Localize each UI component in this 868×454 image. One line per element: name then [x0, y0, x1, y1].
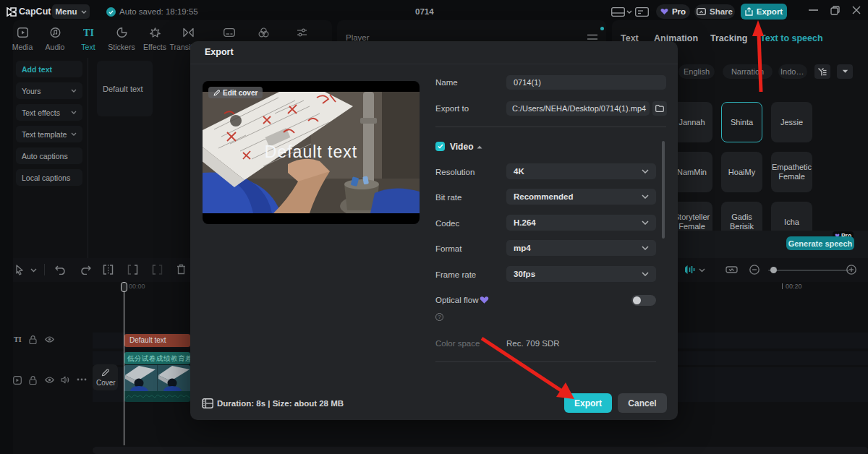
tab-tracking[interactable]: Tracking	[710, 33, 747, 43]
zoom-out-icon[interactable]	[749, 265, 760, 275]
tab-adjust[interactable]	[286, 27, 318, 38]
tab-captions[interactable]	[213, 27, 245, 38]
tab-text-to-speech[interactable]: Text to speech	[760, 33, 823, 43]
sidebar-item-text-template[interactable]: Text template	[16, 126, 82, 142]
app-name: CapCut	[19, 7, 51, 17]
select-tool-chevron-icon[interactable]	[30, 268, 37, 273]
text-preset-card[interactable]: Default text	[97, 61, 153, 116]
waveform-chevron-icon[interactable]	[699, 268, 705, 273]
voice-card-gadis-berisik[interactable]: Gadis Berisik	[721, 202, 762, 231]
bitrate-select[interactable]: Recommended	[506, 189, 656, 205]
resolution-select[interactable]: 4K	[506, 163, 656, 179]
eye-icon[interactable]	[45, 377, 54, 383]
tab-audio[interactable]: Audio	[39, 27, 71, 51]
generate-speech-label: Generate speech	[788, 239, 853, 248]
lock-icon[interactable]	[29, 376, 37, 385]
tab-effects[interactable]: Effects	[139, 27, 171, 51]
text-clip[interactable]: Default text	[124, 334, 190, 347]
zoom-in-icon[interactable]	[846, 265, 856, 275]
titlebar-export-label: Export	[757, 7, 783, 16]
preview-axis-icon[interactable]	[726, 265, 738, 275]
chip-label: English	[684, 67, 710, 76]
preset-card-label: Default text	[103, 85, 143, 93]
voice-collapse-button[interactable]	[837, 64, 853, 79]
optical-flow-toggle[interactable]	[631, 295, 656, 306]
video-clip[interactable]	[124, 365, 190, 402]
sidebar-item-text-effects[interactable]: Text effects	[16, 104, 82, 121]
codec-select[interactable]: H.264	[506, 215, 656, 231]
audio-waveform-icon[interactable]	[684, 265, 696, 275]
more-options-icon[interactable]	[77, 378, 87, 381]
redo-icon[interactable]	[80, 265, 91, 275]
subtitle-clip[interactable]: 低分试卷成绩教育差	[124, 352, 190, 364]
menu-button[interactable]: Menu	[52, 4, 90, 19]
mute-icon[interactable]	[61, 376, 69, 384]
edit-cover-chip[interactable]: Edit cover	[208, 87, 263, 98]
player-menu-icon[interactable]	[587, 34, 597, 40]
format-select[interactable]: mp4	[506, 240, 656, 256]
delete-right-icon[interactable]	[152, 265, 163, 275]
dialog-export-button[interactable]: Export	[564, 393, 612, 413]
browse-folder-button[interactable]	[652, 101, 667, 116]
share-label: Share	[710, 7, 733, 16]
chip-english[interactable]: English	[678, 64, 715, 79]
tab-text[interactable]: TI Text	[72, 27, 104, 51]
collapse-section-icon[interactable]	[477, 145, 482, 149]
zoom-slider[interactable]	[768, 270, 849, 271]
codec-value: H.264	[514, 218, 536, 227]
lock-icon[interactable]	[29, 335, 37, 344]
video-checkbox[interactable]	[435, 142, 445, 151]
toolbar-divider	[44, 264, 45, 275]
help-icon[interactable]: ?	[435, 313, 443, 321]
framerate-select[interactable]: 30fps	[506, 266, 656, 282]
svg-text:TI: TI	[83, 27, 94, 38]
timeline-scrollbar[interactable]	[93, 447, 868, 454]
tab-media[interactable]: Media	[7, 27, 38, 51]
dialog-scrollbar[interactable]	[662, 141, 665, 239]
chip-narration[interactable]: Narration	[723, 64, 773, 79]
sidebar-item-local-captions[interactable]: Local captions	[16, 169, 82, 186]
select-tool-icon[interactable]	[14, 265, 24, 275]
restore-button[interactable]	[825, 1, 845, 19]
cover-button[interactable]: Cover	[93, 364, 118, 390]
eye-icon[interactable]	[45, 336, 54, 343]
sidebar-item-add-text[interactable]: Add text	[16, 61, 82, 77]
pro-button[interactable]: Pro	[656, 4, 690, 19]
name-input[interactable]: 0714(1)	[506, 75, 666, 90]
tab-filters[interactable]	[247, 27, 279, 38]
layout-chevron-icon[interactable]	[626, 10, 632, 14]
voice-card-hoaimy[interactable]: HoaiMy	[721, 152, 762, 192]
video-section-label: Video	[450, 142, 473, 152]
close-button[interactable]	[846, 1, 867, 19]
chevron-down-icon	[71, 89, 77, 93]
titlebar-export-button[interactable]: Export	[741, 4, 787, 20]
layout-panel-icon[interactable]	[635, 7, 649, 17]
color-space-label: Color space	[435, 339, 480, 348]
voice-name: NamMin	[677, 168, 707, 177]
delete-icon[interactable]	[176, 264, 186, 275]
voice-filter-button[interactable]	[814, 64, 830, 79]
chevron-down-icon	[642, 246, 649, 250]
voice-card-empathetic-female[interactable]: Empathetic Female	[771, 152, 812, 192]
playhead[interactable]	[121, 282, 127, 292]
voice-card-jessie[interactable]: Jessie	[771, 102, 812, 142]
undo-icon[interactable]	[55, 265, 67, 275]
delete-left-icon[interactable]	[127, 265, 138, 275]
voice-card-icha[interactable]: Icha	[771, 202, 812, 231]
zoom-slider-handle[interactable]	[770, 267, 777, 273]
layout-split-icon[interactable]	[611, 7, 625, 17]
voice-card-shinta[interactable]: Shinta	[721, 102, 762, 142]
project-title: 0714	[415, 7, 434, 16]
generate-speech-button[interactable]: Generate speech	[786, 236, 854, 250]
text-clip-label: Default text	[129, 336, 166, 344]
split-icon[interactable]	[103, 265, 114, 275]
dialog-cancel-button[interactable]: Cancel	[618, 393, 667, 413]
format-label: Format	[435, 244, 461, 253]
sidebar-item-auto-captions[interactable]: Auto captions	[16, 147, 82, 164]
chip-indonesian[interactable]: Indones	[778, 64, 807, 79]
sidebar-item-yours[interactable]: Yours	[16, 82, 82, 99]
minimize-button[interactable]	[803, 1, 823, 19]
share-button[interactable]: Share	[694, 4, 735, 19]
tab-stickers[interactable]: Stickers	[106, 27, 137, 51]
export-to-input[interactable]: C:/Users/NEHA/Desktop/0714(1).mp4	[506, 101, 650, 116]
